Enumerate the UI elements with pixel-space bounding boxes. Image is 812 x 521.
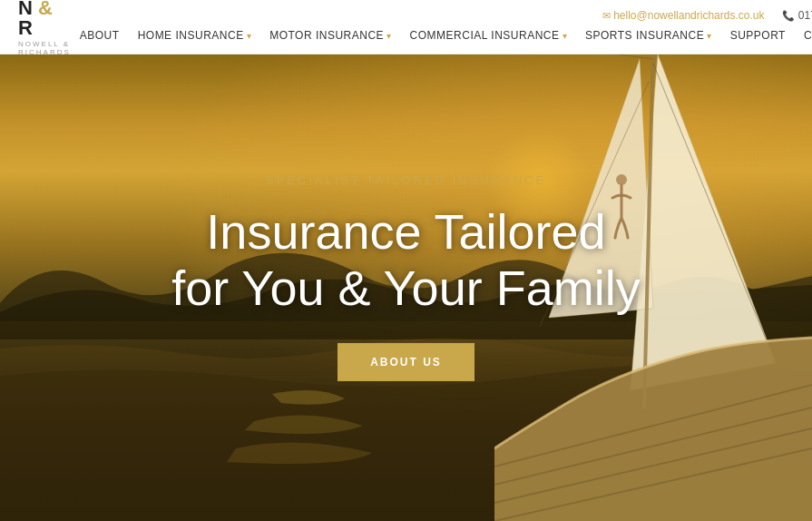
nav-support[interactable]: SUPPORT	[721, 25, 795, 45]
logo-text: N & R	[18, 0, 71, 38]
nav-motor-insurance[interactable]: MOTOR INSURANCE	[260, 25, 400, 45]
hero-subtitle: SPECIALIST TAILORED INSURANCE	[18, 173, 794, 187]
logo[interactable]: N & R NOWELL & RICHARDS	[18, 0, 71, 56]
nav-sports-insurance[interactable]: SPORTS INSURANCE	[576, 25, 721, 45]
phone-number: 📞 01785 255514	[782, 9, 812, 22]
logo-subtitle: NOWELL & RICHARDS	[18, 40, 71, 56]
hero-content: SPECIALIST TAILORED INSURANCE Insurance …	[0, 173, 812, 381]
top-bar: N & R NOWELL & RICHARDS ✉ hello@nowellan…	[0, 0, 812, 54]
contact-info: ✉ hello@nowellandrichards.co.uk 📞 01785 …	[602, 9, 812, 22]
about-us-button[interactable]: ABOUT US	[338, 343, 474, 381]
nav-contact[interactable]: CONTACT	[795, 25, 812, 45]
hero-title: Insurance Tailored for You & Your Family	[18, 203, 794, 316]
nav-home-insurance[interactable]: HOME INSURANCE	[129, 25, 261, 45]
nav-about[interactable]: ABOUT	[71, 25, 129, 45]
email-address: ✉ hello@nowellandrichards.co.uk	[602, 9, 765, 22]
hero-section: SPECIALIST TAILORED INSURANCE Insurance …	[0, 54, 812, 521]
nav-commercial-insurance[interactable]: COMMERCIAL INSURANCE	[401, 25, 576, 45]
svg-line-3	[585, 54, 653, 59]
navigation: ABOUT HOME INSURANCE MOTOR INSURANCE COM…	[71, 25, 812, 45]
